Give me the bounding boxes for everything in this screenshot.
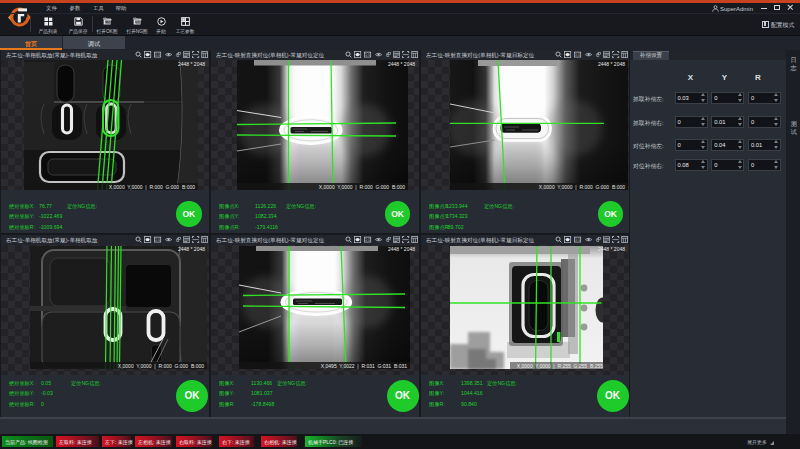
svg-text:OK: OK: [105, 20, 109, 24]
svg-text:1:1: 1:1: [575, 238, 580, 242]
svg-text:1:1: 1:1: [155, 53, 160, 57]
svg-text:1:1: 1:1: [155, 238, 160, 242]
svg-text:1:1: 1:1: [575, 53, 580, 57]
svg-text:1:1: 1:1: [365, 53, 370, 57]
svg-text:NG: NG: [135, 20, 139, 24]
svg-text:1:1: 1:1: [365, 238, 370, 242]
